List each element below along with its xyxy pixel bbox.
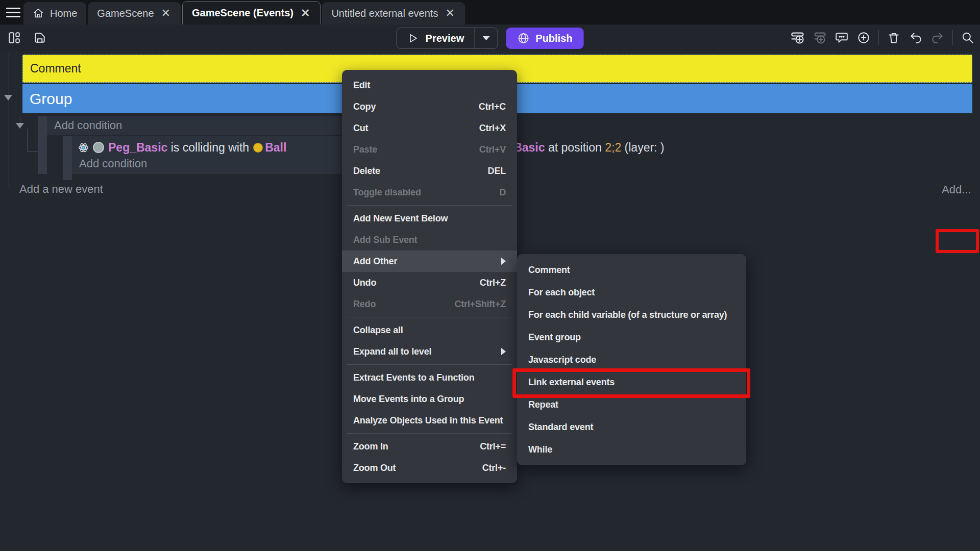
undo-button[interactable] <box>909 31 923 45</box>
menu-item-label: Expand all to level <box>353 346 431 357</box>
redo-icon <box>931 31 944 44</box>
toggle-panels-button[interactable] <box>7 31 21 45</box>
submenu-item-comment[interactable]: Comment <box>517 259 746 281</box>
menu-item-label: While <box>528 444 552 455</box>
menu-item-move-events-into-a-group[interactable]: Move Events into a Group <box>342 388 517 410</box>
add-new-event-link[interactable]: Add a new event <box>19 183 103 196</box>
menu-item-add-sub-event[interactable]: Add Sub Event <box>342 229 517 251</box>
toolbar-divider <box>952 30 953 45</box>
collapse-event-icon[interactable] <box>16 123 24 129</box>
menu-item-analyze-objects-used-in-this-event[interactable]: Analyze Objects Used in this Event <box>342 410 517 431</box>
tab-label: GameScene <box>97 8 154 19</box>
plus-circle-icon <box>857 31 870 44</box>
menu-item-label: Undo <box>353 278 376 288</box>
menu-item-add-new-event-below[interactable]: Add New Event Below <box>342 208 517 229</box>
tree-line <box>27 151 38 152</box>
close-tab-icon[interactable]: ✕ <box>300 8 311 19</box>
menu-item-copy[interactable]: CopyCtrl+C <box>342 96 517 117</box>
menu-item-redo[interactable]: RedoCtrl+Shift+Z <box>342 293 517 315</box>
toolbar: Preview Publish <box>0 24 980 51</box>
close-tab-icon[interactable]: ✕ <box>444 8 455 19</box>
preview-button[interactable]: Preview <box>397 33 475 44</box>
menu-item-expand-all-to-level[interactable]: Expand all to level <box>342 341 517 362</box>
preview-options-button[interactable] <box>474 28 497 48</box>
menu-item-shortcut: Ctrl+Shift+Z <box>454 299 506 310</box>
redo-button[interactable] <box>930 31 945 45</box>
delete-button[interactable] <box>887 31 901 45</box>
menu-item-label: Redo <box>353 299 376 310</box>
submenu-item-for-each-object[interactable]: For each object <box>517 281 746 304</box>
collapse-group-icon[interactable] <box>4 95 12 101</box>
search-button[interactable] <box>961 31 975 45</box>
add-event-button[interactable] <box>791 31 805 45</box>
ball-object-icon <box>253 142 263 153</box>
submenu-arrow-icon <box>501 348 506 355</box>
play-icon <box>407 33 419 44</box>
add-subevent-icon <box>813 31 827 45</box>
menu-item-extract-events-to-a-function[interactable]: Extract Events to a Function <box>342 367 517 388</box>
menu-item-delete[interactable]: DeleteDEL <box>342 160 517 182</box>
menu-item-label: Event group <box>528 332 581 343</box>
add-condition-label: Add condition <box>54 119 122 132</box>
add-other-submenu: CommentFor each objectFor each child var… <box>517 254 746 465</box>
menu-item-label: Add Sub Event <box>353 235 417 245</box>
action-text: (layer: ) <box>621 141 664 154</box>
tab-label: GameScene (Events) <box>192 7 293 19</box>
add-event-icon <box>791 31 805 45</box>
menu-item-label: Cut <box>353 123 368 134</box>
chevron-down-icon <box>482 36 489 40</box>
save-icon <box>33 31 46 44</box>
indent-bar <box>38 116 47 174</box>
publish-button[interactable]: Publish <box>506 28 583 49</box>
physics-behavior-icon <box>78 142 89 153</box>
menu-item-label: Zoom Out <box>353 463 396 473</box>
submenu-item-for-each-child-variable-of-a-structure-or-array[interactable]: For each child variable (of a structure … <box>517 304 746 326</box>
add-other-button[interactable] <box>856 31 871 45</box>
menu-item-edit[interactable]: Edit <box>342 74 517 96</box>
tab-gamescene-events[interactable]: GameScene (Events)✕ <box>182 1 321 24</box>
menu-item-collapse-all[interactable]: Collapse all <box>342 319 517 341</box>
object-name: Ball <box>265 141 286 155</box>
menu-item-label: Standard event <box>528 422 593 433</box>
object-name: Peg_Basic <box>108 141 167 154</box>
menu-item-shortcut: Ctrl+V <box>479 144 506 155</box>
menu-item-shortcut: D <box>499 187 506 198</box>
globe-icon <box>517 32 529 44</box>
condition-text: is colliding with <box>167 141 249 154</box>
tab-gamescene[interactable]: GameScene✕ <box>88 2 181 24</box>
submenu-item-javascript-code[interactable]: Javascript code <box>517 348 746 371</box>
menu-item-zoom-out[interactable]: Zoom OutCtrl+- <box>342 457 517 479</box>
menu-item-shortcut: DEL <box>488 166 506 177</box>
tree-line <box>9 187 16 187</box>
menu-item-undo[interactable]: UndoCtrl+Z <box>342 272 517 293</box>
add-button[interactable]: Add... <box>942 183 971 196</box>
menu-item-label: Javascript code <box>528 355 596 365</box>
save-button[interactable] <box>33 31 47 45</box>
undo-icon <box>909 31 922 44</box>
menu-divider <box>347 205 512 206</box>
menu-item-label: Repeat <box>528 399 558 410</box>
add-subevent-button[interactable] <box>813 31 827 45</box>
peg-object-icon <box>92 141 105 154</box>
close-tab-icon[interactable]: ✕ <box>160 8 172 19</box>
group-title: Group <box>30 90 72 108</box>
main-menu-icon[interactable] <box>0 0 23 24</box>
home-icon <box>33 8 44 19</box>
tab-label: Home <box>50 8 77 19</box>
menu-item-zoom-in[interactable]: Zoom InCtrl+= <box>342 436 517 457</box>
tab-home[interactable]: Home <box>23 2 86 24</box>
tab-untitled-external-events[interactable]: Untitled external events✕ <box>322 2 464 24</box>
submenu-item-while[interactable]: While <box>517 438 746 461</box>
menu-item-toggle-disabled[interactable]: Toggle disabledD <box>342 182 517 203</box>
submenu-item-event-group[interactable]: Event group <box>517 326 746 348</box>
menu-divider <box>347 317 512 317</box>
menu-item-label: Add Other <box>353 256 397 267</box>
menu-item-label: Comment <box>528 265 570 276</box>
add-comment-button[interactable] <box>835 31 849 45</box>
menu-item-cut[interactable]: CutCtrl+X <box>342 117 517 139</box>
menu-item-add-other[interactable]: Add Other <box>342 251 517 272</box>
search-icon <box>961 31 974 44</box>
menu-item-label: Add New Event Below <box>353 213 448 224</box>
menu-item-paste[interactable]: PasteCtrl+V <box>342 139 517 160</box>
submenu-item-standard-event[interactable]: Standard event <box>517 416 746 438</box>
